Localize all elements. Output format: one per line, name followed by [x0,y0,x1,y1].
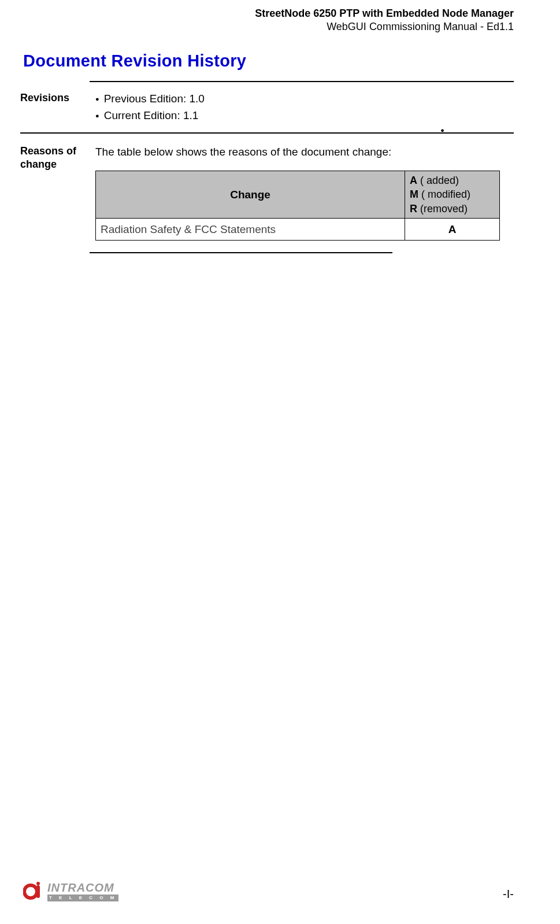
page-number: -I- [503,888,537,902]
svg-rect-1 [36,885,40,898]
list-item: Previous Edition: 1.0 [95,90,514,107]
legend-m-key: M [410,189,418,200]
table-header-row: Change A ( added) M ( modified) R (remov… [96,171,500,219]
revisions-body: Previous Edition: 1.0 Current Edition: 1… [95,90,514,124]
revisions-list: Previous Edition: 1.0 Current Edition: 1… [95,90,514,124]
legend-r-val: (removed) [417,203,468,215]
divider [90,252,392,253]
logo-sub-text: T E L E C O M [47,895,118,901]
svg-point-0 [24,885,37,898]
revisions-block: Revisions Previous Edition: 1.0 Current … [20,82,514,132]
legend-m-val: ( modified) [418,189,470,200]
reasons-intro: The table below shows the reasons of the… [95,143,514,160]
content-area: Document Revision History Revisions Prev… [0,51,560,254]
logo-main-text: INTRACOM [47,882,118,893]
col-header-legend: A ( added) M ( modified) R (removed) [405,171,500,219]
page-footer: INTRACOM T E L E C O M -I- [23,881,537,902]
reasons-block: Reasons of change The table below shows … [20,129,514,253]
reasons-body: The table below shows the reasons of the… [95,143,514,247]
page-header: StreetNode 6250 PTP with Embedded Node M… [0,0,560,34]
reasons-label: Reasons of change [20,143,95,172]
table-row: Radiation Safety & FCC Statements A [96,218,500,240]
legend-a-key: A [410,175,417,186]
list-item: Current Edition: 1.1 [95,107,514,124]
revisions-label: Revisions [20,90,95,105]
legend-a-val: ( added) [417,175,459,186]
col-header-change: Change [96,171,405,219]
change-table: Change A ( added) M ( modified) R (remov… [95,171,500,241]
cell-code: A [405,218,500,240]
logo: INTRACOM T E L E C O M [23,881,118,902]
svg-point-2 [36,882,40,885]
legend-r-key: R [410,203,417,215]
logo-text: INTRACOM T E L E C O M [47,882,118,901]
header-title: StreetNode 6250 PTP with Embedded Node M… [0,7,514,20]
cell-change: Radiation Safety & FCC Statements [96,218,405,240]
section-title: Document Revision History [23,51,514,71]
logo-icon [23,881,44,902]
header-subtitle: WebGUI Commissioning Manual - Ed1.1 [0,20,514,34]
